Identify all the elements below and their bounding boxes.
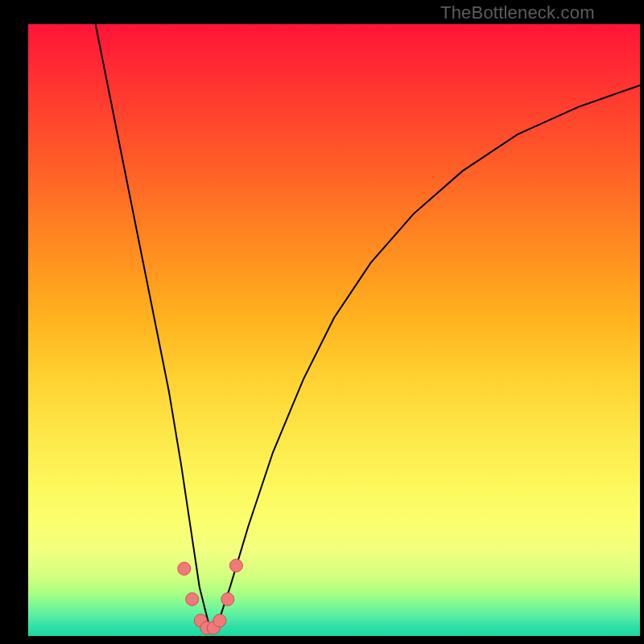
watermark-text: TheBottleneck.com bbox=[440, 2, 595, 23]
plot-area bbox=[28, 24, 640, 636]
outer-frame: TheBottleneck.com bbox=[0, 0, 644, 644]
